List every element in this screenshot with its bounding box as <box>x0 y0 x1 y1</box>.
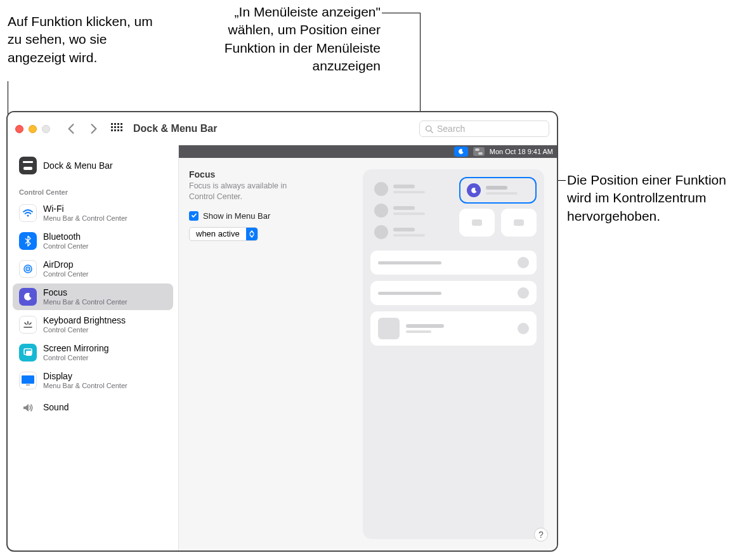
help-button[interactable]: ? <box>534 528 548 542</box>
svg-rect-9 <box>114 129 116 131</box>
keyboard-brightness-icon <box>19 316 37 334</box>
callout-left: Auf Funktion klicken, um zu sehen, wo si… <box>8 13 166 67</box>
svg-line-23 <box>30 323 32 325</box>
svg-rect-6 <box>117 126 119 128</box>
back-button[interactable] <box>65 123 77 134</box>
content-area: Dock & Menu Bar Control Center Wi-Fi Men… <box>8 145 557 550</box>
sound-icon <box>19 399 37 417</box>
sidebar-item-label: Wi-Fi <box>43 204 127 214</box>
callout-top-right: „In Menüleiste anzeigen" wählen, um Posi… <box>197 3 381 75</box>
sidebar-item-screen-mirroring[interactable]: Screen Mirroring Control Center <box>13 339 173 366</box>
svg-point-16 <box>27 214 29 216</box>
svg-rect-14 <box>23 161 33 163</box>
menubar-datetime: Mon Oct 18 9:41 AM <box>490 148 553 155</box>
display-icon <box>19 372 37 389</box>
sidebar-item-airdrop[interactable]: AirDrop Control Center <box>13 256 173 282</box>
svg-rect-11 <box>121 129 122 131</box>
sidebar-item-sub: Control Center <box>43 270 89 278</box>
detail-title: Focus <box>189 169 354 179</box>
svg-rect-27 <box>26 384 30 386</box>
show-in-menubar-checkbox[interactable] <box>189 211 199 221</box>
cc-slider-tile <box>370 251 537 275</box>
cc-focus-tile-highlighted <box>459 177 537 204</box>
airdrop-icon <box>19 260 37 278</box>
detail-text-column: Focus Focus is always available in Contr… <box>189 169 354 539</box>
svg-rect-2 <box>117 123 119 125</box>
svg-rect-5 <box>114 126 116 128</box>
select-value: when active <box>190 229 246 238</box>
detail-desc-line: Control Center. <box>189 192 242 201</box>
svg-rect-10 <box>117 129 119 131</box>
detail-body: Focus Focus is always available in Contr… <box>179 158 557 550</box>
cc-slider-tile <box>370 281 537 305</box>
svg-rect-0 <box>111 123 113 125</box>
sidebar-item-label: Bluetooth <box>43 231 89 242</box>
show-all-button[interactable] <box>111 123 123 135</box>
select-arrows-icon <box>246 228 258 240</box>
show-in-menubar-row[interactable]: Show in Menu Bar <box>189 211 354 221</box>
cc-small-tile <box>459 209 495 237</box>
callout-right: Die Position einer Funktion wird im Kont… <box>567 171 729 225</box>
svg-rect-26 <box>22 375 34 384</box>
svg-line-22 <box>25 323 27 325</box>
bluetooth-icon <box>19 232 37 250</box>
sidebar-item-focus[interactable]: Focus Menu Bar & Control Center <box>13 283 173 310</box>
sidebar-item-wifi[interactable]: Wi-Fi Menu Bar & Control Center <box>13 200 173 226</box>
search-icon <box>425 125 433 133</box>
sidebar-item-sub: Menu Bar & Control Center <box>43 382 127 390</box>
sidebar-section-label: Control Center <box>10 179 176 199</box>
zoom-button[interactable] <box>42 125 50 133</box>
sidebar-item-sub: Menu Bar & Control Center <box>43 298 127 306</box>
window-toolbar: Dock & Menu Bar Search <box>8 112 557 145</box>
search-input[interactable]: Search <box>419 120 549 137</box>
cc-media-tile <box>370 311 537 346</box>
pane-title: Dock & Menu Bar <box>133 123 217 134</box>
forward-button[interactable] <box>88 123 100 134</box>
sidebar-item-sub: Control Center <box>43 326 126 334</box>
moon-icon <box>467 183 481 197</box>
sidebar-item-bluetooth[interactable]: Bluetooth Control Center <box>13 228 173 254</box>
detail-pane: Mon Oct 18 9:41 AM Focus Focus is always… <box>179 145 557 550</box>
sidebar-item-keyboard-brightness[interactable]: Keyboard Brightness Control Center <box>13 311 173 338</box>
detail-desc-line: Focus is always available in <box>189 181 287 190</box>
show-in-menubar-condition-select[interactable]: when active <box>189 227 258 241</box>
sidebar-item-label: AirDrop <box>43 259 89 270</box>
show-in-menubar-label: Show in Menu Bar <box>203 211 270 221</box>
svg-line-13 <box>431 130 433 132</box>
sidebar-item-sub: Control Center <box>43 354 108 362</box>
menubar-focus-icon <box>454 147 468 157</box>
sidebar-item-label: Focus <box>43 287 127 298</box>
svg-rect-8 <box>111 129 113 131</box>
search-placeholder: Search <box>437 124 465 134</box>
cc-tile-network-group <box>370 177 453 244</box>
svg-rect-15 <box>23 167 32 170</box>
svg-rect-25 <box>26 351 32 356</box>
sidebar-item-label: Keyboard Brightness <box>43 315 126 326</box>
sidebar-item-label: Display <box>43 371 127 382</box>
sidebar: Dock & Menu Bar Control Center Wi-Fi Men… <box>8 145 179 550</box>
svg-rect-28 <box>475 148 479 151</box>
sidebar-item-display[interactable]: Display Menu Bar & Control Center <box>13 367 173 394</box>
svg-rect-1 <box>114 123 116 125</box>
screen-mirroring-icon <box>19 344 37 361</box>
detail-description: Focus is always available in Control Cen… <box>189 181 354 202</box>
minimize-button[interactable] <box>29 125 37 133</box>
svg-rect-4 <box>111 126 113 128</box>
sidebar-item-sub: Menu Bar & Control Center <box>43 214 127 223</box>
svg-rect-7 <box>121 126 122 128</box>
sidebar-item-label: Sound <box>43 402 68 413</box>
sidebar-item-sub: Control Center <box>43 242 89 251</box>
sidebar-item-label: Screen Mirroring <box>43 343 108 354</box>
menubar-preview: Mon Oct 18 9:41 AM <box>179 145 557 158</box>
cc-small-tile <box>501 209 537 237</box>
focus-icon <box>19 288 37 306</box>
wifi-icon <box>19 204 37 222</box>
menubar-control-center-icon <box>473 147 485 156</box>
sidebar-item-dockmenubar[interactable]: Dock & Menu Bar <box>13 153 173 178</box>
sidebar-item-sound[interactable]: Sound <box>13 395 173 420</box>
svg-point-19 <box>27 268 29 270</box>
callout-line-tr-h <box>382 13 420 13</box>
sidebar-item-label: Dock & Menu Bar <box>43 160 113 171</box>
nav-arrows <box>65 123 100 134</box>
close-button[interactable] <box>15 125 23 133</box>
